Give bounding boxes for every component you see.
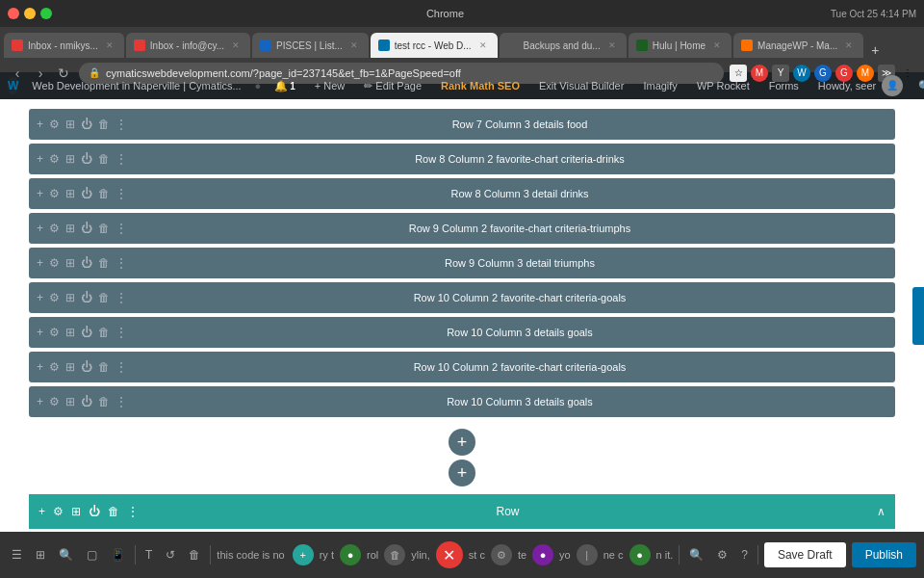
edit-page-item[interactable]: ✏ Edit Page [358, 72, 427, 99]
new-item[interactable]: + New [309, 72, 351, 99]
toolbar-close-button[interactable]: ✕ [436, 541, 463, 568]
publish-button[interactable]: Publish [852, 542, 916, 567]
grid-icon-2[interactable]: ⊞ [65, 187, 75, 200]
ellipsis-icon-1[interactable]: ⋮ [116, 152, 127, 166]
bottom-add-icon[interactable]: + [38, 505, 45, 518]
tab-2[interactable]: PISCES | List... ✕ [252, 33, 369, 58]
ellipsis-icon-8[interactable]: ⋮ [116, 395, 127, 408]
power-icon-7[interactable]: ⏻ [81, 360, 92, 374]
tab-6[interactable]: ManageWP - Ma... ✕ [733, 33, 863, 58]
trash-icon-2[interactable]: 🗑 [98, 187, 110, 200]
ellipsis-icon-3[interactable]: ⋮ [116, 222, 127, 235]
trash-icon-4[interactable]: 🗑 [98, 256, 110, 270]
power-icon-5[interactable]: ⏻ [81, 291, 92, 304]
add-icon-6[interactable]: + [37, 326, 43, 339]
side-handle[interactable] [912, 287, 924, 345]
gear-icon-1[interactable]: ⚙ [49, 152, 60, 166]
toolbar-search-icon[interactable]: 🔍 [55, 544, 77, 565]
tab-4[interactable]: Backups and du... ✕ [500, 33, 627, 58]
power-icon-0[interactable]: ⏻ [81, 118, 92, 131]
toolbar-window-icon[interactable]: ▢ [83, 544, 101, 565]
power-icon-4[interactable]: ⏻ [81, 256, 92, 270]
bottom-grid-icon[interactable]: ⊞ [71, 505, 81, 518]
gear-icon-5[interactable]: ⚙ [49, 291, 60, 304]
add-icon-8[interactable]: + [37, 395, 43, 408]
toolbar-undo-icon[interactable]: ↺ [162, 544, 179, 565]
gear-icon-0[interactable]: ⚙ [49, 118, 60, 131]
exit-visual-builder-item[interactable]: Exit Visual Builder [533, 72, 629, 99]
add-icon-0[interactable]: + [37, 118, 43, 131]
power-icon-2[interactable]: ⏻ [81, 187, 92, 200]
wp-logo[interactable]: W [8, 76, 18, 95]
tab-3[interactable]: test rcc - Web D... ✕ [371, 33, 498, 58]
bottom-ellipsis-icon[interactable]: ⋮ [127, 505, 139, 518]
tab-1[interactable]: Inbox - info@cy... ✕ [126, 33, 250, 58]
toolbar-action-3[interactable]: 🗑 [384, 544, 405, 565]
close-window-button[interactable] [8, 8, 19, 19]
trash-icon-6[interactable]: 🗑 [98, 326, 110, 339]
toolbar-mobile-icon[interactable]: 📱 [107, 544, 129, 565]
tab-close-5[interactable]: ✕ [710, 39, 724, 52]
site-name-item[interactable]: Web Development in Naperville | Cymatics… [26, 72, 246, 99]
tab-0[interactable]: Inbox - nmikys... ✕ [4, 33, 124, 58]
toolbar-grid-icon[interactable]: ⊞ [32, 544, 49, 565]
howdy-item[interactable]: Howdy, seer 👤 [812, 72, 909, 99]
add-icon-4[interactable]: + [37, 256, 43, 270]
toolbar-action-4[interactable]: ⚙ [491, 544, 512, 565]
trash-icon-1[interactable]: 🗑 [98, 152, 110, 166]
grid-icon-7[interactable]: ⊞ [65, 360, 75, 374]
toolbar-help-icon[interactable]: ? [737, 544, 752, 565]
gear-icon-6[interactable]: ⚙ [49, 326, 60, 339]
add-icon-3[interactable]: + [37, 222, 43, 235]
forms-item[interactable]: Forms [763, 72, 805, 99]
new-tab-button[interactable]: + [865, 42, 885, 58]
ellipsis-icon-4[interactable]: ⋮ [116, 256, 127, 270]
save-draft-button[interactable]: Save Draft [764, 542, 846, 567]
imagify-item[interactable]: Imagify [637, 72, 682, 99]
tab-close-4[interactable]: ✕ [605, 39, 619, 52]
toolbar-action-5[interactable]: ● [532, 544, 553, 565]
toolbar-settings-icon[interactable]: ⚙ [713, 544, 732, 565]
ellipsis-icon-5[interactable]: ⋮ [116, 291, 127, 304]
grid-icon-5[interactable]: ⊞ [65, 291, 75, 304]
trash-icon-7[interactable]: 🗑 [98, 360, 110, 374]
gear-icon-3[interactable]: ⚙ [49, 222, 60, 235]
ellipsis-icon-2[interactable]: ⋮ [116, 187, 127, 200]
toolbar-action-1[interactable]: + [293, 544, 314, 565]
gear-icon-4[interactable]: ⚙ [49, 256, 60, 270]
gear-icon-8[interactable]: ⚙ [49, 395, 60, 408]
power-icon-1[interactable]: ⏻ [81, 152, 92, 166]
power-icon-6[interactable]: ⏻ [81, 326, 92, 339]
maximize-window-button[interactable] [40, 8, 52, 19]
ellipsis-icon-7[interactable]: ⋮ [116, 360, 127, 374]
toolbar-hamburger-icon[interactable]: ☰ [8, 544, 26, 565]
tab-close-3[interactable]: ✕ [476, 39, 490, 52]
search-admin-icon[interactable]: 🔍 [912, 72, 924, 99]
add-row-button-1[interactable]: + [449, 429, 475, 456]
bottom-chevron-up-icon[interactable]: ∧ [877, 505, 886, 518]
grid-icon-1[interactable]: ⊞ [65, 152, 75, 166]
toolbar-trash2-icon[interactable]: 🗑 [185, 544, 204, 565]
toolbar-action-7[interactable]: ● [629, 544, 651, 565]
ellipsis-icon-0[interactable]: ⋮ [116, 118, 127, 131]
gear-icon-7[interactable]: ⚙ [49, 360, 60, 374]
trash-icon-3[interactable]: 🗑 [98, 222, 110, 235]
power-icon-8[interactable]: ⏻ [81, 395, 92, 408]
toolbar-action-6[interactable]: | [577, 544, 598, 565]
tab-close-0[interactable]: ✕ [103, 39, 116, 52]
toolbar-text-icon[interactable]: T [141, 544, 156, 565]
tab-close-1[interactable]: ✕ [229, 39, 243, 52]
notifications-item[interactable]: 🔔 1 [269, 72, 301, 99]
grid-icon-8[interactable]: ⊞ [65, 395, 75, 408]
tab-close-2[interactable]: ✕ [347, 39, 361, 52]
toolbar-action-2[interactable]: ● [340, 544, 361, 565]
minimize-window-button[interactable] [24, 8, 36, 19]
power-icon-3[interactable]: ⏻ [81, 222, 92, 235]
add-icon-1[interactable]: + [37, 152, 43, 166]
bottom-trash-icon[interactable]: 🗑 [108, 505, 119, 518]
bottom-power-icon[interactable]: ⏻ [89, 505, 100, 518]
tab-5[interactable]: Hulu | Home ✕ [629, 33, 732, 58]
tab-close-6[interactable]: ✕ [842, 39, 856, 52]
add-row-button-2[interactable]: + [449, 460, 475, 486]
trash-icon-0[interactable]: 🗑 [98, 118, 110, 131]
